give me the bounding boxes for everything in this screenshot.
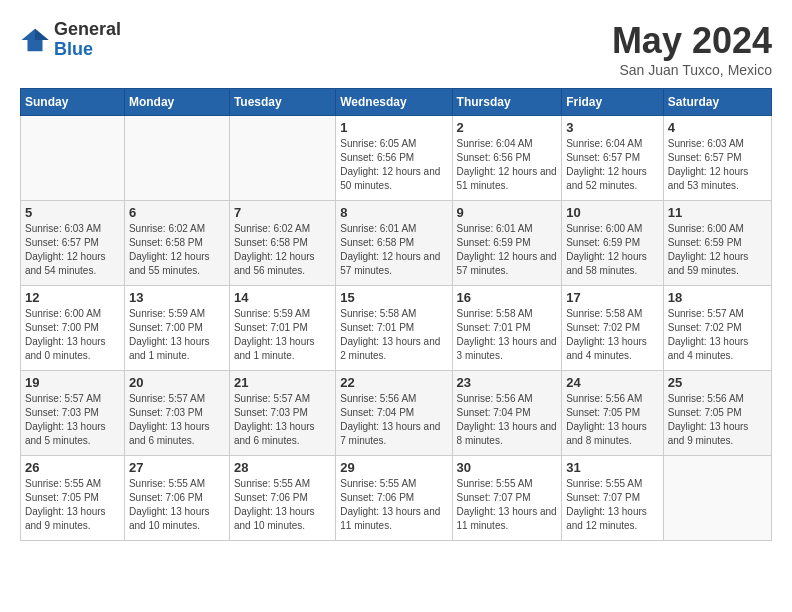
day-number: 16 [457,290,558,305]
calendar-cell: 28Sunrise: 5:55 AMSunset: 7:06 PMDayligh… [229,456,335,541]
day-info: Sunrise: 6:01 AMSunset: 6:59 PMDaylight:… [457,222,558,278]
day-number: 22 [340,375,447,390]
day-number: 2 [457,120,558,135]
day-info: Sunrise: 5:55 AMSunset: 7:07 PMDaylight:… [566,477,659,533]
weekday-header-row: SundayMondayTuesdayWednesdayThursdayFrid… [21,89,772,116]
calendar-table: SundayMondayTuesdayWednesdayThursdayFrid… [20,88,772,541]
day-number: 10 [566,205,659,220]
logo-icon [20,25,50,55]
day-number: 3 [566,120,659,135]
day-info: Sunrise: 5:57 AMSunset: 7:02 PMDaylight:… [668,307,767,363]
weekday-header-monday: Monday [124,89,229,116]
day-number: 23 [457,375,558,390]
weekday-header-saturday: Saturday [663,89,771,116]
calendar-cell: 13Sunrise: 5:59 AMSunset: 7:00 PMDayligh… [124,286,229,371]
day-number: 14 [234,290,331,305]
calendar-cell: 10Sunrise: 6:00 AMSunset: 6:59 PMDayligh… [562,201,664,286]
day-number: 17 [566,290,659,305]
day-info: Sunrise: 6:03 AMSunset: 6:57 PMDaylight:… [25,222,120,278]
day-info: Sunrise: 5:59 AMSunset: 7:01 PMDaylight:… [234,307,331,363]
calendar-cell: 4Sunrise: 6:03 AMSunset: 6:57 PMDaylight… [663,116,771,201]
day-info: Sunrise: 5:57 AMSunset: 7:03 PMDaylight:… [129,392,225,448]
day-info: Sunrise: 6:04 AMSunset: 6:57 PMDaylight:… [566,137,659,193]
calendar-cell: 1Sunrise: 6:05 AMSunset: 6:56 PMDaylight… [336,116,452,201]
calendar-week-5: 26Sunrise: 5:55 AMSunset: 7:05 PMDayligh… [21,456,772,541]
calendar-cell: 24Sunrise: 5:56 AMSunset: 7:05 PMDayligh… [562,371,664,456]
day-info: Sunrise: 6:05 AMSunset: 6:56 PMDaylight:… [340,137,447,193]
calendar-cell: 25Sunrise: 5:56 AMSunset: 7:05 PMDayligh… [663,371,771,456]
day-number: 7 [234,205,331,220]
day-number: 20 [129,375,225,390]
day-info: Sunrise: 6:01 AMSunset: 6:58 PMDaylight:… [340,222,447,278]
day-info: Sunrise: 5:56 AMSunset: 7:05 PMDaylight:… [668,392,767,448]
calendar-cell [229,116,335,201]
weekday-header-thursday: Thursday [452,89,562,116]
day-info: Sunrise: 6:02 AMSunset: 6:58 PMDaylight:… [234,222,331,278]
page-header: General Blue May 2024 San Juan Tuxco, Me… [20,20,772,78]
day-info: Sunrise: 5:55 AMSunset: 7:07 PMDaylight:… [457,477,558,533]
calendar-cell: 12Sunrise: 6:00 AMSunset: 7:00 PMDayligh… [21,286,125,371]
calendar-week-3: 12Sunrise: 6:00 AMSunset: 7:00 PMDayligh… [21,286,772,371]
day-info: Sunrise: 6:02 AMSunset: 6:58 PMDaylight:… [129,222,225,278]
day-info: Sunrise: 5:55 AMSunset: 7:06 PMDaylight:… [234,477,331,533]
day-number: 26 [25,460,120,475]
title-section: May 2024 San Juan Tuxco, Mexico [612,20,772,78]
calendar-week-4: 19Sunrise: 5:57 AMSunset: 7:03 PMDayligh… [21,371,772,456]
calendar-cell: 9Sunrise: 6:01 AMSunset: 6:59 PMDaylight… [452,201,562,286]
calendar-cell: 7Sunrise: 6:02 AMSunset: 6:58 PMDaylight… [229,201,335,286]
day-number: 5 [25,205,120,220]
calendar-cell: 29Sunrise: 5:55 AMSunset: 7:06 PMDayligh… [336,456,452,541]
logo-general-text: General [54,20,121,40]
calendar-cell [21,116,125,201]
logo-blue-text: Blue [54,40,121,60]
calendar-cell [124,116,229,201]
weekday-header-sunday: Sunday [21,89,125,116]
day-number: 12 [25,290,120,305]
calendar-week-2: 5Sunrise: 6:03 AMSunset: 6:57 PMDaylight… [21,201,772,286]
logo-text: General Blue [54,20,121,60]
calendar-cell: 23Sunrise: 5:56 AMSunset: 7:04 PMDayligh… [452,371,562,456]
day-info: Sunrise: 6:04 AMSunset: 6:56 PMDaylight:… [457,137,558,193]
day-number: 31 [566,460,659,475]
calendar-cell: 18Sunrise: 5:57 AMSunset: 7:02 PMDayligh… [663,286,771,371]
day-info: Sunrise: 5:56 AMSunset: 7:04 PMDaylight:… [457,392,558,448]
logo: General Blue [20,20,121,60]
day-info: Sunrise: 6:00 AMSunset: 7:00 PMDaylight:… [25,307,120,363]
weekday-header-tuesday: Tuesday [229,89,335,116]
day-number: 19 [25,375,120,390]
calendar-cell: 20Sunrise: 5:57 AMSunset: 7:03 PMDayligh… [124,371,229,456]
day-number: 1 [340,120,447,135]
day-number: 9 [457,205,558,220]
day-info: Sunrise: 5:57 AMSunset: 7:03 PMDaylight:… [234,392,331,448]
day-info: Sunrise: 6:00 AMSunset: 6:59 PMDaylight:… [668,222,767,278]
day-info: Sunrise: 5:55 AMSunset: 7:06 PMDaylight:… [129,477,225,533]
day-number: 15 [340,290,447,305]
day-number: 29 [340,460,447,475]
day-info: Sunrise: 5:58 AMSunset: 7:01 PMDaylight:… [457,307,558,363]
day-number: 21 [234,375,331,390]
day-info: Sunrise: 5:56 AMSunset: 7:05 PMDaylight:… [566,392,659,448]
month-title: May 2024 [612,20,772,62]
svg-marker-1 [35,29,49,40]
day-info: Sunrise: 5:56 AMSunset: 7:04 PMDaylight:… [340,392,447,448]
calendar-cell: 19Sunrise: 5:57 AMSunset: 7:03 PMDayligh… [21,371,125,456]
calendar-cell: 15Sunrise: 5:58 AMSunset: 7:01 PMDayligh… [336,286,452,371]
weekday-header-wednesday: Wednesday [336,89,452,116]
day-number: 18 [668,290,767,305]
day-number: 28 [234,460,331,475]
calendar-cell: 14Sunrise: 5:59 AMSunset: 7:01 PMDayligh… [229,286,335,371]
day-info: Sunrise: 5:57 AMSunset: 7:03 PMDaylight:… [25,392,120,448]
calendar-cell: 17Sunrise: 5:58 AMSunset: 7:02 PMDayligh… [562,286,664,371]
day-number: 27 [129,460,225,475]
calendar-week-1: 1Sunrise: 6:05 AMSunset: 6:56 PMDaylight… [21,116,772,201]
calendar-cell: 11Sunrise: 6:00 AMSunset: 6:59 PMDayligh… [663,201,771,286]
calendar-cell: 5Sunrise: 6:03 AMSunset: 6:57 PMDaylight… [21,201,125,286]
day-info: Sunrise: 5:55 AMSunset: 7:06 PMDaylight:… [340,477,447,533]
day-number: 6 [129,205,225,220]
day-number: 24 [566,375,659,390]
calendar-cell: 6Sunrise: 6:02 AMSunset: 6:58 PMDaylight… [124,201,229,286]
day-number: 30 [457,460,558,475]
calendar-cell: 3Sunrise: 6:04 AMSunset: 6:57 PMDaylight… [562,116,664,201]
calendar-cell: 27Sunrise: 5:55 AMSunset: 7:06 PMDayligh… [124,456,229,541]
calendar-cell [663,456,771,541]
